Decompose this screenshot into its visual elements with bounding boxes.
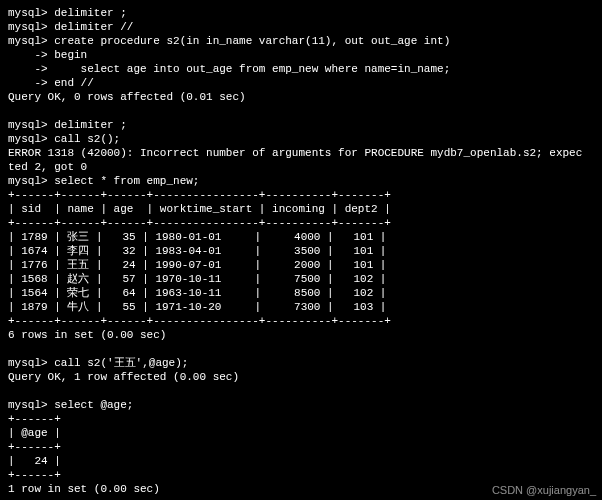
table-row: | 1789 | 张三 | 35 | 1980-01-01 | 4000 | 1… [8, 231, 386, 243]
table-row: | 1674 | 李四 | 32 | 1983-04-01 | 3500 | 1… [8, 245, 386, 257]
table-footer: 1 row in set (0.00 sec) [8, 483, 160, 495]
table-row: | 24 | [8, 455, 61, 467]
table-row: | 1568 | 赵六 | 57 | 1970-10-11 | 7500 | 1… [8, 273, 386, 285]
table-header: | sid | name | age | worktime_start | in… [8, 203, 391, 215]
line: mysql> delimiter ; [8, 7, 127, 19]
line: mysql> call s2(); [8, 133, 120, 145]
table-border: +------+ [8, 469, 61, 481]
line: mysql> select * from emp_new; [8, 175, 199, 187]
table-header: | @age | [8, 427, 61, 439]
terminal-output: mysql> delimiter ; mysql> delimiter // m… [0, 0, 602, 500]
table-border: +------+ [8, 413, 61, 425]
table-row: | 1776 | 王五 | 24 | 1990-07-01 | 2000 | 1… [8, 259, 386, 271]
line: -> select age into out_age from emp_new … [8, 63, 450, 75]
table-row: | 1564 | 荣七 | 64 | 1963-10-11 | 8500 | 1… [8, 287, 386, 299]
line: Query OK, 1 row affected (0.00 sec) [8, 371, 239, 383]
line: -> begin [8, 49, 87, 61]
line: mysql> create procedure s2(in in_name va… [8, 35, 450, 47]
table-border: +------+ [8, 441, 61, 453]
table-border: +------+------+------+----------------+-… [8, 189, 391, 201]
table-border: +------+------+------+----------------+-… [8, 315, 391, 327]
line: mysql> call s2('王五',@age); [8, 357, 188, 369]
line: ted 2, got 0 [8, 161, 87, 173]
line: mysql> select @age; [8, 399, 133, 411]
line: mysql> delimiter ; [8, 119, 127, 131]
table-border: +------+------+------+----------------+-… [8, 217, 391, 229]
table-row: | 1879 | 牛八 | 55 | 1971-10-20 | 7300 | 1… [8, 301, 386, 313]
line: Query OK, 0 rows affected (0.01 sec) [8, 91, 246, 103]
line: -> end // [8, 77, 94, 89]
watermark: CSDN @xujiangyan_ [492, 484, 596, 496]
table-footer: 6 rows in set (0.00 sec) [8, 329, 166, 341]
line: ERROR 1318 (42000): Incorrect number of … [8, 147, 582, 159]
line: mysql> delimiter // [8, 21, 133, 33]
